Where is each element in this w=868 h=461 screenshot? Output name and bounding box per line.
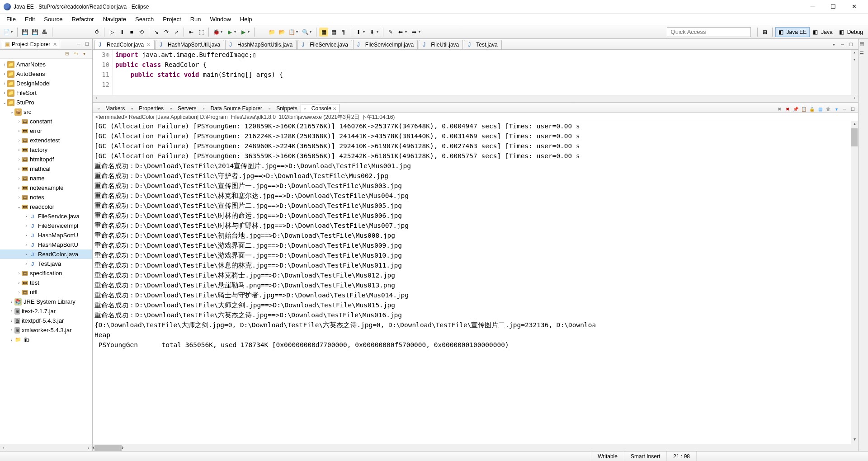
tree-node-autobeans[interactable]: 📁AutoBeans bbox=[0, 69, 92, 79]
drop-frame-button[interactable]: ⇤ bbox=[187, 28, 196, 37]
disconnect-button[interactable]: ⟲ bbox=[137, 28, 146, 37]
perspective-java[interactable]: ◧Java bbox=[810, 27, 835, 37]
tree-node-test-java[interactable]: JTest.java bbox=[0, 259, 92, 268]
twisty-icon[interactable] bbox=[9, 109, 14, 114]
sidebar-hscrollbar[interactable]: ‹› bbox=[0, 444, 92, 451]
tree-node-readcolor-java[interactable]: JReadColor.java bbox=[0, 249, 92, 259]
debug-button[interactable]: 🐞 bbox=[212, 28, 221, 37]
tree-node-util[interactable]: ▭util bbox=[0, 287, 92, 297]
suspend-button[interactable]: ⏸ bbox=[117, 28, 126, 37]
new-server-button[interactable]: 📁 bbox=[267, 28, 276, 37]
twisty-icon[interactable] bbox=[2, 62, 7, 67]
code-line[interactable]: public class ReadColor { bbox=[115, 60, 851, 70]
open-perspective-button[interactable]: ⊞ bbox=[760, 28, 769, 37]
tree-node-itext-2-1-7-jar[interactable]: 🗎itext-2.1.7.jar bbox=[0, 306, 92, 316]
scroll-lock-button[interactable]: 🔒 bbox=[808, 105, 816, 113]
min-button[interactable]: ─ bbox=[841, 105, 848, 113]
close-icon[interactable]: ✕ bbox=[146, 42, 151, 48]
twisty-icon[interactable] bbox=[16, 185, 22, 190]
step-return-button[interactable]: ↗ bbox=[172, 28, 181, 37]
twisty-icon[interactable] bbox=[16, 147, 22, 152]
editor-tab-hashmapsortutils-java[interactable]: JHashMapSortUtils.java bbox=[225, 40, 297, 49]
print-button[interactable]: 🖶 bbox=[40, 28, 49, 37]
tree-node-factory[interactable]: ▭factory bbox=[0, 145, 92, 155]
menu-file[interactable]: File bbox=[2, 14, 20, 24]
task-list-button[interactable]: ☰ bbox=[859, 51, 868, 59]
code-editor[interactable]: 3⊕101112 import java.awt.image.BufferedI… bbox=[93, 50, 858, 95]
tree-node-filesort[interactable]: 📁FileSort bbox=[0, 88, 92, 98]
twisty-icon[interactable] bbox=[16, 271, 22, 276]
step-over-button[interactable]: ↷ bbox=[162, 28, 171, 37]
twisty-icon[interactable] bbox=[24, 223, 29, 228]
menu-refactor[interactable]: Refactor bbox=[67, 14, 99, 24]
bottom-tab-servers[interactable]: ▫Servers bbox=[167, 104, 199, 113]
twisty-icon[interactable] bbox=[9, 318, 14, 323]
search-button[interactable]: 🔍 bbox=[301, 28, 310, 37]
menu-search[interactable]: Search bbox=[131, 14, 158, 24]
perspective-java-ee[interactable]: ◧Java EE bbox=[775, 27, 810, 37]
minimize-view-button[interactable]: ─ bbox=[75, 41, 82, 48]
menu-help[interactable]: Help bbox=[236, 14, 257, 24]
annotation-next-button[interactable]: ⬇ bbox=[368, 28, 377, 37]
twisty-icon[interactable] bbox=[9, 299, 14, 304]
menu-run[interactable]: Run bbox=[186, 14, 206, 24]
tree-node-extendstest[interactable]: ▭extendstest bbox=[0, 136, 92, 145]
twisty-icon[interactable] bbox=[24, 261, 29, 266]
twisty-icon[interactable] bbox=[16, 166, 22, 171]
tree-node-fileservice-java[interactable]: JFileService.java bbox=[0, 212, 92, 221]
console-vscrollbar[interactable]: ▴ ▾ bbox=[851, 121, 858, 444]
twisty-icon[interactable] bbox=[9, 337, 14, 342]
tree-node-readcolor[interactable]: ▭readcolor bbox=[0, 202, 92, 212]
outline-view-button[interactable]: ▤ bbox=[859, 41, 868, 49]
twisty-icon[interactable] bbox=[9, 328, 14, 333]
tree-node-stupro[interactable]: 📁StuPro bbox=[0, 98, 92, 107]
tree-node-fileserviceimpl[interactable]: JFileServiceImpl bbox=[0, 221, 92, 230]
menu-source[interactable]: Source bbox=[39, 14, 67, 24]
editor-tab-fileservice-java[interactable]: JFileService.java bbox=[297, 40, 352, 49]
open-task-button[interactable]: 📋 bbox=[287, 28, 296, 37]
minimize-editor-button[interactable]: ─ bbox=[841, 42, 848, 49]
twisty-icon[interactable] bbox=[16, 195, 22, 200]
run-last-dropdown-icon[interactable]: ▾ bbox=[248, 30, 251, 34]
editor-tab-fileserviceimpl-java[interactable]: JFileServiceImpl.java bbox=[353, 40, 418, 49]
twisty-icon[interactable] bbox=[16, 157, 22, 162]
tree-node-designmodel[interactable]: 📁DesignModel bbox=[0, 79, 92, 88]
tree-node-lib[interactable]: 📁lib bbox=[0, 335, 92, 344]
maximize-view-button[interactable]: ☐ bbox=[83, 41, 90, 48]
run-last-button[interactable]: ▶ bbox=[239, 28, 248, 37]
tree-node-name[interactable]: ▭name bbox=[0, 174, 92, 183]
tree-node-hashmapsortu[interactable]: JHashMapSortU bbox=[0, 240, 92, 249]
tree-node-jre-system-library[interactable]: 📚JRE System Library bbox=[0, 297, 92, 306]
editor-hscrollbar[interactable]: ‹› bbox=[93, 95, 858, 102]
run-button[interactable]: ▶ bbox=[225, 28, 234, 37]
perspective-debug[interactable]: ◧Debug bbox=[836, 27, 866, 37]
tree-node-htmltopdf[interactable]: ▭htmltopdf bbox=[0, 155, 92, 164]
twisty-icon[interactable] bbox=[24, 233, 29, 238]
bottom-tab-console[interactable]: ▫Console ✕ bbox=[301, 104, 340, 113]
show-whitespace-button[interactable]: ¶ bbox=[339, 28, 348, 37]
maximize-editor-button[interactable]: ☐ bbox=[849, 42, 856, 49]
toggle-block-button[interactable]: ▤ bbox=[329, 28, 338, 37]
tree-node-amarnotes[interactable]: 📁AmarNotes bbox=[0, 60, 92, 69]
tree-node-specification[interactable]: ▭specification bbox=[0, 268, 92, 278]
editor-tab-hashmapsortutil-java[interactable]: JHashMapSortUtil.java bbox=[156, 40, 224, 49]
twisty-icon[interactable] bbox=[24, 252, 29, 257]
maximize-button[interactable]: ☐ bbox=[823, 0, 844, 14]
debug-dropdown-icon[interactable]: ▾ bbox=[221, 30, 224, 34]
editor-tab-fileutil-java[interactable]: JFileUtil.java bbox=[419, 40, 463, 49]
step-into-button[interactable]: ↘ bbox=[152, 28, 161, 37]
twisty-icon[interactable] bbox=[24, 242, 29, 247]
forward-button[interactable]: ➡ bbox=[410, 28, 419, 37]
open-type-button[interactable]: 📂 bbox=[277, 28, 286, 37]
tree-node-noteexample[interactable]: ▭noteexample bbox=[0, 183, 92, 193]
console-hscrollbar[interactable]: ‹› bbox=[93, 444, 858, 451]
bottom-tab-properties[interactable]: ▫Properties bbox=[128, 104, 167, 113]
tree-node-notes[interactable]: ▭notes bbox=[0, 193, 92, 202]
twisty-icon[interactable] bbox=[16, 138, 22, 143]
remove-all-button[interactable]: ✖ bbox=[784, 105, 791, 113]
pin-button[interactable]: 📌 bbox=[792, 105, 799, 113]
menu-project[interactable]: Project bbox=[158, 14, 185, 24]
console-output[interactable]: [GC (Allocation Failure) [PSYoungGen: 12… bbox=[93, 121, 851, 444]
minimize-button[interactable]: ─ bbox=[802, 0, 823, 14]
run-dropdown-icon[interactable]: ▾ bbox=[234, 30, 238, 34]
